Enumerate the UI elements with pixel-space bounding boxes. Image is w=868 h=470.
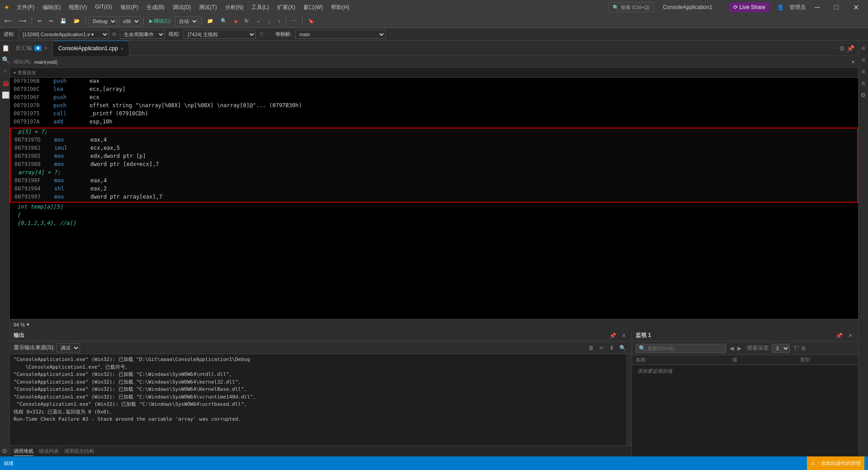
- zoom-in[interactable]: 🔍: [218, 17, 230, 25]
- restore-button[interactable]: □: [829, 0, 844, 14]
- auto-select[interactable]: 自动: [175, 16, 198, 26]
- output-line: Run-Time Check Failure #2 - Stack around…: [14, 416, 623, 423]
- zoom-value[interactable]: 94 %: [14, 322, 25, 328]
- status-warning[interactable]: ⚠ ↑ 添加到源代码管理: [807, 456, 864, 470]
- stop-debug[interactable]: ■: [231, 18, 240, 25]
- minimize-button[interactable]: ─: [809, 0, 825, 14]
- menu-extensions[interactable]: 扩展(X): [274, 2, 299, 13]
- output-panel: 输出 📌 ✕ 显示输出来源(S): 调试 🗑 ↵ ⬇ 🔍 "ConsoleApp…: [10, 330, 632, 456]
- tab-cpp[interactable]: ConsoleApplication1.cpp ×: [53, 41, 129, 56]
- thread-label: 线程:: [169, 31, 180, 38]
- watch-pin[interactable]: 📌: [834, 332, 844, 340]
- title-right: ConsoleApplication1 ⟳ Live Share 👤 管理员 ─…: [654, 0, 864, 14]
- debug-config-select[interactable]: Debug: [89, 16, 117, 26]
- code-line: 0079196F push ecx: [10, 94, 858, 102]
- watch-prev[interactable]: ◀: [730, 345, 734, 351]
- tab-disasm-close[interactable]: ×: [44, 46, 47, 51]
- right-icon-5[interactable]: ⚙: [859, 90, 868, 100]
- menu-view[interactable]: 视图(V): [65, 2, 90, 13]
- menu-tools[interactable]: 工具(L): [248, 2, 273, 13]
- toolbar-save[interactable]: 💾: [57, 17, 69, 25]
- watch-grid[interactable]: ⊞: [801, 345, 806, 351]
- thread-select[interactable]: [7424] 主线程: [184, 30, 256, 39]
- watch-format[interactable]: Tᵀ: [793, 345, 799, 351]
- address-bar: 地址(A): main(void) ▾: [10, 56, 858, 68]
- output-clear[interactable]: 🗑: [587, 344, 596, 352]
- depth-select[interactable]: 3: [772, 344, 790, 353]
- watch-search-box[interactable]: 🔍: [636, 344, 726, 353]
- code-area[interactable]: 0079196B push eax 0079196C lea ecx,[arra…: [10, 78, 858, 319]
- tab-pin-icon[interactable]: 📌: [847, 45, 854, 52]
- view-options-label[interactable]: 查看选项: [18, 70, 36, 76]
- watch-search-input[interactable]: [647, 346, 723, 351]
- restart-debug[interactable]: ↻: [242, 17, 251, 25]
- sidebar-git[interactable]: ⑂: [0, 66, 10, 77]
- process-select[interactable]: [13268] ConsoleApplication1.e ▾: [19, 30, 109, 39]
- toolbar-back[interactable]: ⟵: [2, 17, 14, 25]
- continue-button[interactable]: ▶ 继续(C): [146, 17, 173, 25]
- menu-build[interactable]: 生成(B): [143, 2, 168, 13]
- output-close[interactable]: ✕: [620, 332, 628, 340]
- output-tab-hierarchy[interactable]: 调用层次结构: [64, 447, 94, 456]
- sidebar-explorer[interactable]: 📋: [0, 43, 10, 53]
- toolbar-undo[interactable]: ↩: [35, 17, 44, 25]
- address-dropdown[interactable]: ▾: [852, 59, 854, 65]
- menu-help[interactable]: 帮助(H): [327, 2, 353, 13]
- right-icon-1[interactable]: ≡: [859, 43, 868, 53]
- watch-next[interactable]: ▶: [737, 345, 741, 351]
- right-icon-3[interactable]: ≡: [859, 66, 868, 77]
- tab-cpp-close[interactable]: ×: [121, 46, 123, 51]
- menu-edit[interactable]: 编辑(E): [39, 2, 64, 13]
- toolbar-redo[interactable]: ↪: [46, 17, 56, 25]
- platform-select[interactable]: x86: [119, 16, 141, 26]
- step-over[interactable]: →: [253, 18, 264, 25]
- toolbar-forward[interactable]: ⟶: [16, 17, 29, 25]
- col-name: 名称: [636, 356, 732, 363]
- output-tab-errors[interactable]: 错误列表: [39, 447, 59, 456]
- live-share-button[interactable]: ⟳ Live Share: [729, 2, 770, 12]
- menu-test[interactable]: 测试(T): [195, 2, 220, 13]
- menu-project[interactable]: 项目(P): [117, 2, 142, 13]
- zoom-dropdown[interactable]: ▾: [27, 322, 29, 328]
- step-out[interactable]: ↑: [275, 18, 283, 25]
- close-button[interactable]: ✕: [848, 0, 864, 14]
- watch-placeholder[interactable]: 添加要监视的项: [636, 367, 854, 375]
- right-sidebar: ≡ ≡ ≡ ≡ ⚙: [858, 41, 868, 456]
- watch-panel: 监视 1 📌 ✕ 🔍 ◀ ▶ 搜索深度: 3 Tᵀ ⊞ 名称 值 类型: [632, 330, 858, 456]
- watch-close[interactable]: ✕: [846, 332, 854, 340]
- code-line: 00791982 imul ecx,eax,5: [11, 145, 857, 153]
- sidebar-debug2[interactable]: 🐞: [0, 78, 10, 89]
- tab-disasm[interactable]: 反汇编 ✱ ×: [10, 41, 53, 56]
- output-scroll[interactable]: ⬇: [608, 344, 616, 352]
- output-tab-callstack[interactable]: 调用堆栈: [14, 447, 33, 456]
- right-icon-2[interactable]: ≡: [859, 54, 868, 65]
- expand-arrow[interactable]: ▾: [14, 70, 16, 75]
- output-header: 输出 📌 ✕: [10, 330, 632, 342]
- lifecycle-select[interactable]: 生命周期事件 ▾: [120, 30, 165, 39]
- stack-select[interactable]: main: [295, 30, 386, 39]
- output-pin[interactable]: 📌: [608, 332, 618, 340]
- search-box[interactable]: 🔍 搜索 (Ctrl+Q): [609, 2, 654, 12]
- menu-file[interactable]: 文件(F): [13, 2, 38, 13]
- output-wrap[interactable]: ↵: [598, 344, 606, 352]
- search-icon: 🔍: [639, 345, 646, 351]
- watch-title: 监视 1: [636, 332, 651, 339]
- menu-window[interactable]: 窗口(W): [300, 2, 326, 13]
- output-scrollbar[interactable]: [626, 354, 632, 446]
- step-into[interactable]: ↓: [265, 18, 274, 25]
- menu-debug[interactable]: 调试(D): [169, 2, 195, 13]
- toolbar-open[interactable]: 📂: [71, 17, 83, 25]
- menu-analyze[interactable]: 分析(N): [222, 2, 247, 13]
- sidebar-search[interactable]: 🔍: [0, 54, 10, 65]
- output-source-select[interactable]: 调试: [57, 343, 80, 352]
- tab-settings-icon[interactable]: ⚙: [839, 45, 845, 52]
- sidebar-settings[interactable]: ⚙: [0, 446, 10, 456]
- address-value[interactable]: main(void): [34, 59, 849, 65]
- open-folder[interactable]: 📁: [204, 17, 216, 25]
- menu-git[interactable]: GIT(G): [91, 2, 115, 13]
- output-find[interactable]: 🔍: [618, 344, 628, 352]
- bookmark[interactable]: 🔖: [305, 17, 317, 25]
- right-icon-4[interactable]: ≡: [859, 78, 868, 89]
- toolbar-extra[interactable]: ⋯: [289, 17, 299, 25]
- sidebar-ext[interactable]: ⬜: [0, 90, 10, 100]
